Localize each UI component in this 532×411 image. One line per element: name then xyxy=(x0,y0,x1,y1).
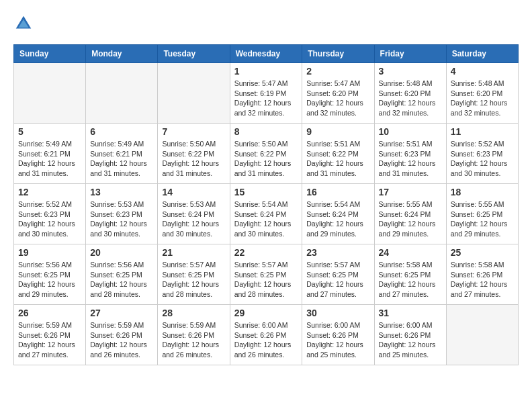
day-info: Sunrise: 5:57 AM Sunset: 6:25 PM Dayligh… xyxy=(162,260,225,300)
day-number: 27 xyxy=(90,308,153,318)
day-number: 10 xyxy=(379,126,442,137)
day-number: 21 xyxy=(162,247,225,258)
day-info: Sunrise: 5:47 AM Sunset: 6:20 PM Dayligh… xyxy=(306,79,369,118)
day-number: 22 xyxy=(234,247,298,258)
calendar-cell: 21Sunrise: 5:57 AM Sunset: 6:25 PM Dayli… xyxy=(158,244,230,305)
calendar-cell: 15Sunrise: 5:54 AM Sunset: 6:24 PM Dayli… xyxy=(230,184,302,244)
day-number: 29 xyxy=(234,308,298,318)
logo-icon xyxy=(13,13,34,34)
col-header-tuesday: Tuesday xyxy=(158,45,230,63)
day-info: Sunrise: 5:59 AM Sunset: 6:26 PM Dayligh… xyxy=(162,320,225,360)
day-number: 23 xyxy=(306,247,369,258)
day-number: 14 xyxy=(162,187,225,197)
day-number: 16 xyxy=(306,187,369,197)
day-info: Sunrise: 5:48 AM Sunset: 6:20 PM Dayligh… xyxy=(379,79,442,118)
day-number: 30 xyxy=(306,308,369,318)
calendar-cell: 31Sunrise: 6:00 AM Sunset: 6:26 PM Dayli… xyxy=(374,305,446,365)
calendar-cell: 3Sunrise: 5:48 AM Sunset: 6:20 PM Daylig… xyxy=(374,63,446,124)
day-number: 12 xyxy=(18,187,81,197)
calendar-cell: 29Sunrise: 6:00 AM Sunset: 6:26 PM Dayli… xyxy=(230,305,302,365)
day-number: 4 xyxy=(451,66,514,77)
day-info: Sunrise: 6:00 AM Sunset: 6:26 PM Dayligh… xyxy=(379,320,442,360)
day-info: Sunrise: 5:58 AM Sunset: 6:25 PM Dayligh… xyxy=(379,260,442,300)
day-number: 5 xyxy=(18,126,81,137)
calendar-cell: 27Sunrise: 5:59 AM Sunset: 6:26 PM Dayli… xyxy=(86,305,158,365)
calendar-cell: 1Sunrise: 5:47 AM Sunset: 6:19 PM Daylig… xyxy=(230,63,302,124)
day-number: 25 xyxy=(451,247,514,258)
day-info: Sunrise: 5:54 AM Sunset: 6:24 PM Dayligh… xyxy=(234,199,298,239)
day-number: 19 xyxy=(18,247,81,258)
day-info: Sunrise: 5:50 AM Sunset: 6:22 PM Dayligh… xyxy=(162,139,225,179)
day-info: Sunrise: 6:00 AM Sunset: 6:26 PM Dayligh… xyxy=(234,320,298,360)
day-number: 24 xyxy=(379,247,442,258)
calendar-cell: 20Sunrise: 5:56 AM Sunset: 6:25 PM Dayli… xyxy=(86,244,158,305)
day-number: 28 xyxy=(162,308,225,318)
calendar-cell: 16Sunrise: 5:54 AM Sunset: 6:24 PM Dayli… xyxy=(302,184,374,244)
day-info: Sunrise: 5:56 AM Sunset: 6:25 PM Dayligh… xyxy=(90,260,153,300)
day-info: Sunrise: 5:53 AM Sunset: 6:23 PM Dayligh… xyxy=(90,199,153,239)
logo xyxy=(13,13,36,34)
calendar-cell: 17Sunrise: 5:55 AM Sunset: 6:24 PM Dayli… xyxy=(374,184,446,244)
calendar-cell: 10Sunrise: 5:51 AM Sunset: 6:23 PM Dayli… xyxy=(374,124,446,184)
day-number: 3 xyxy=(379,66,442,77)
calendar-cell: 19Sunrise: 5:56 AM Sunset: 6:25 PM Dayli… xyxy=(14,244,86,305)
day-number: 8 xyxy=(234,126,298,137)
week-row-4: 19Sunrise: 5:56 AM Sunset: 6:25 PM Dayli… xyxy=(14,244,519,305)
day-number: 9 xyxy=(306,126,369,137)
day-info: Sunrise: 5:53 AM Sunset: 6:24 PM Dayligh… xyxy=(162,199,225,239)
day-info: Sunrise: 6:00 AM Sunset: 6:26 PM Dayligh… xyxy=(306,320,369,360)
calendar-cell: 13Sunrise: 5:53 AM Sunset: 6:23 PM Dayli… xyxy=(86,184,158,244)
calendar-cell xyxy=(446,305,518,365)
day-number: 17 xyxy=(379,187,442,197)
calendar-cell: 14Sunrise: 5:53 AM Sunset: 6:24 PM Dayli… xyxy=(158,184,230,244)
day-info: Sunrise: 5:50 AM Sunset: 6:22 PM Dayligh… xyxy=(234,139,298,179)
calendar-cell: 6Sunrise: 5:49 AM Sunset: 6:21 PM Daylig… xyxy=(86,124,158,184)
calendar-cell: 4Sunrise: 5:48 AM Sunset: 6:20 PM Daylig… xyxy=(446,63,518,124)
calendar-cell: 25Sunrise: 5:58 AM Sunset: 6:26 PM Dayli… xyxy=(446,244,518,305)
week-row-3: 12Sunrise: 5:52 AM Sunset: 6:23 PM Dayli… xyxy=(14,184,519,244)
calendar-header-row: SundayMondayTuesdayWednesdayThursdayFrid… xyxy=(14,45,519,63)
col-header-monday: Monday xyxy=(86,45,158,63)
calendar-cell: 9Sunrise: 5:51 AM Sunset: 6:22 PM Daylig… xyxy=(302,124,374,184)
day-info: Sunrise: 5:55 AM Sunset: 6:25 PM Dayligh… xyxy=(451,199,514,239)
calendar-cell: 24Sunrise: 5:58 AM Sunset: 6:25 PM Dayli… xyxy=(374,244,446,305)
calendar-cell: 12Sunrise: 5:52 AM Sunset: 6:23 PM Dayli… xyxy=(14,184,86,244)
calendar-cell: 22Sunrise: 5:57 AM Sunset: 6:25 PM Dayli… xyxy=(230,244,302,305)
calendar-cell xyxy=(158,63,230,124)
day-info: Sunrise: 5:55 AM Sunset: 6:24 PM Dayligh… xyxy=(379,199,442,239)
day-info: Sunrise: 5:52 AM Sunset: 6:23 PM Dayligh… xyxy=(18,199,81,239)
day-number: 15 xyxy=(234,187,298,197)
col-header-thursday: Thursday xyxy=(302,45,374,63)
calendar-cell: 8Sunrise: 5:50 AM Sunset: 6:22 PM Daylig… xyxy=(230,124,302,184)
calendar-cell: 23Sunrise: 5:57 AM Sunset: 6:25 PM Dayli… xyxy=(302,244,374,305)
day-number: 26 xyxy=(18,308,81,318)
calendar-cell: 7Sunrise: 5:50 AM Sunset: 6:22 PM Daylig… xyxy=(158,124,230,184)
day-info: Sunrise: 5:49 AM Sunset: 6:21 PM Dayligh… xyxy=(90,139,153,179)
week-row-5: 26Sunrise: 5:59 AM Sunset: 6:26 PM Dayli… xyxy=(14,305,519,365)
calendar-cell: 26Sunrise: 5:59 AM Sunset: 6:26 PM Dayli… xyxy=(14,305,86,365)
col-header-friday: Friday xyxy=(374,45,446,63)
day-info: Sunrise: 5:59 AM Sunset: 6:26 PM Dayligh… xyxy=(18,320,81,360)
day-info: Sunrise: 5:48 AM Sunset: 6:20 PM Dayligh… xyxy=(451,79,514,118)
day-number: 2 xyxy=(306,66,369,77)
day-info: Sunrise: 5:47 AM Sunset: 6:19 PM Dayligh… xyxy=(234,79,298,118)
day-info: Sunrise: 5:51 AM Sunset: 6:23 PM Dayligh… xyxy=(379,139,442,179)
calendar-cell: 28Sunrise: 5:59 AM Sunset: 6:26 PM Dayli… xyxy=(158,305,230,365)
calendar-cell: 2Sunrise: 5:47 AM Sunset: 6:20 PM Daylig… xyxy=(302,63,374,124)
day-info: Sunrise: 5:49 AM Sunset: 6:21 PM Dayligh… xyxy=(18,139,81,179)
day-number: 11 xyxy=(451,126,514,137)
week-row-1: 1Sunrise: 5:47 AM Sunset: 6:19 PM Daylig… xyxy=(14,63,519,124)
day-number: 13 xyxy=(90,187,153,197)
day-info: Sunrise: 5:56 AM Sunset: 6:25 PM Dayligh… xyxy=(18,260,81,300)
col-header-sunday: Sunday xyxy=(14,45,86,63)
calendar-table: SundayMondayTuesdayWednesdayThursdayFrid… xyxy=(13,44,519,365)
day-info: Sunrise: 5:57 AM Sunset: 6:25 PM Dayligh… xyxy=(306,260,369,300)
calendar-cell: 11Sunrise: 5:52 AM Sunset: 6:23 PM Dayli… xyxy=(446,124,518,184)
col-header-wednesday: Wednesday xyxy=(230,45,302,63)
day-number: 7 xyxy=(162,126,225,137)
day-info: Sunrise: 5:59 AM Sunset: 6:26 PM Dayligh… xyxy=(90,320,153,360)
page-header xyxy=(13,13,519,34)
calendar-cell xyxy=(14,63,86,124)
day-info: Sunrise: 5:57 AM Sunset: 6:25 PM Dayligh… xyxy=(234,260,298,300)
day-number: 1 xyxy=(234,66,298,77)
